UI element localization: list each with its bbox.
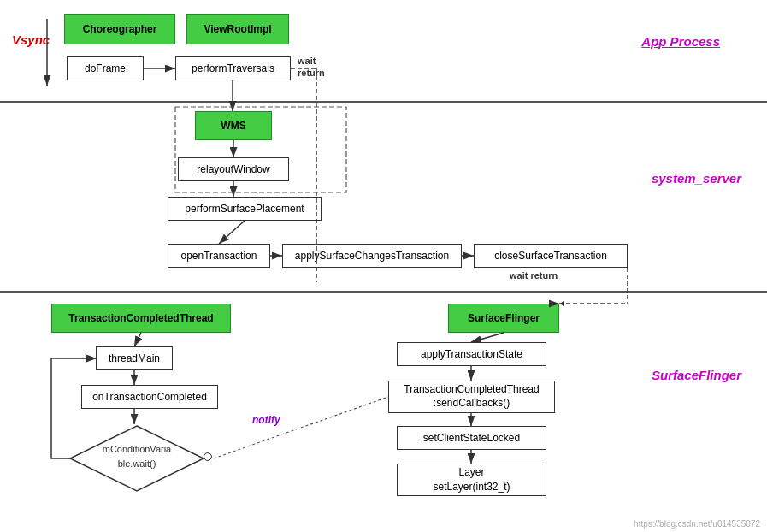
surfaceflinger-box: SurfaceFlinger — [448, 304, 559, 333]
svg-text:mConditionVaria: mConditionVaria — [103, 444, 172, 454]
vsync-label: Vsync — [12, 33, 50, 47]
svg-line-19 — [471, 333, 504, 342]
applytransactionstate-box: applyTransactionState — [397, 342, 546, 366]
doframe-box: doFrame — [67, 56, 144, 80]
svg-line-23 — [134, 333, 141, 346]
wait-return-bottom: wait return — [510, 270, 558, 281]
app-process-label: App Process — [641, 34, 720, 49]
viewrootimpl-box: ViewRootImpl — [186, 14, 289, 44]
opentransaction-box: openTransaction — [168, 244, 270, 268]
relayoutwindow-box: relayoutWindow — [178, 157, 289, 181]
ontransactioncompleted-box: onTransactionCompleted — [81, 385, 218, 409]
performsurfaceplacement-box: performSurfacePlacement — [168, 197, 322, 221]
divider-2 — [0, 291, 767, 293]
divider-1 — [0, 101, 767, 103]
system-server-label: system_server — [652, 171, 741, 186]
wait-return-top: waitreturn — [298, 55, 325, 80]
svg-line-26 — [214, 397, 388, 458]
surfaceflinger-label: SurfaceFlinger — [652, 368, 741, 382]
applysurfacechanges-box: applySurfaceChangesTransaction — [282, 244, 462, 268]
svg-line-13 — [219, 221, 245, 244]
transactioncompletedthread-box: TransactionCompletedThread — [51, 304, 231, 333]
threadmain-box: threadMain — [96, 346, 173, 370]
choreographer-box: Choreographer — [64, 14, 175, 44]
setclientstatelocked-box: setClientStateLocked — [397, 426, 546, 450]
performtraversals-box: performTraversals — [175, 56, 291, 80]
svg-marker-18 — [559, 301, 564, 306]
diagram-container: Vsync App Process system_server SurfaceF… — [0, 0, 767, 532]
sendcallbacks-box: TransactionCompletedThread:sendCallbacks… — [388, 381, 555, 413]
watermark: https://blog.csdn.net/u014535072 — [634, 519, 760, 529]
diamond-mcondition: mConditionVaria ble.wait() — [68, 424, 205, 493]
layer-setlayer-box: LayersetLayer(int32_t) — [397, 464, 546, 496]
wms-box: WMS — [195, 111, 272, 140]
svg-text:ble.wait(): ble.wait() — [118, 458, 156, 469]
closesurfacetransaction-box: closeSurfaceTransaction — [474, 244, 628, 268]
notify-label: notify — [252, 414, 280, 426]
